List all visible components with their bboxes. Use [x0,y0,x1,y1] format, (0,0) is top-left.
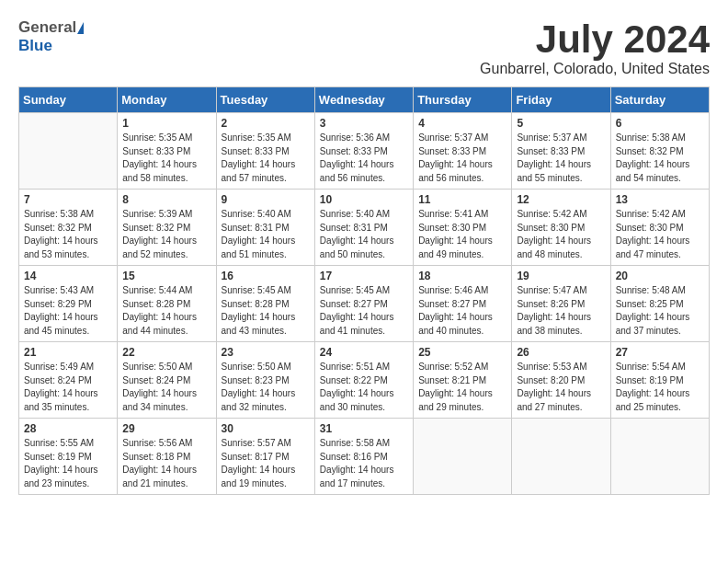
calendar-cell: 1Sunrise: 5:35 AM Sunset: 8:33 PM Daylig… [118,113,216,190]
calendar-cell: 22Sunrise: 5:50 AM Sunset: 8:24 PM Dayli… [118,342,216,419]
day-number: 17 [320,270,408,282]
day-number: 30 [222,422,310,435]
calendar-cell [610,419,709,495]
calendar-cell: 5Sunrise: 5:37 AM Sunset: 8:33 PM Daylig… [512,113,610,190]
page-header: General Blue July 2024 Gunbarrel, Colora… [18,18,710,77]
day-info: Sunrise: 5:42 AM Sunset: 8:30 PM Dayligh… [517,208,605,261]
day-info: Sunrise: 5:47 AM Sunset: 8:26 PM Dayligh… [517,284,605,338]
calendar-header-row: SundayMondayTuesdayWednesdayThursdayFrid… [19,87,710,113]
day-info: Sunrise: 5:44 AM Sunset: 8:28 PM Dayligh… [122,284,210,338]
day-number: 19 [517,270,605,282]
day-info: Sunrise: 5:46 AM Sunset: 8:27 PM Dayligh… [418,284,506,338]
month-year-title: July 2024 [480,18,710,61]
calendar-cell: 11Sunrise: 5:41 AM Sunset: 8:30 PM Dayli… [414,190,512,266]
day-info: Sunrise: 5:53 AM Sunset: 8:20 PM Dayligh… [517,361,605,414]
calendar-cell [512,419,610,495]
day-info: Sunrise: 5:56 AM Sunset: 8:18 PM Dayligh… [122,437,210,490]
day-number: 9 [222,193,310,206]
calendar-cell: 8Sunrise: 5:39 AM Sunset: 8:32 PM Daylig… [118,190,216,266]
day-number: 27 [616,346,704,359]
day-info: Sunrise: 5:40 AM Sunset: 8:31 PM Dayligh… [320,208,408,261]
calendar-cell: 31Sunrise: 5:58 AM Sunset: 8:16 PM Dayli… [314,419,413,495]
calendar-cell: 24Sunrise: 5:51 AM Sunset: 8:22 PM Dayli… [314,342,413,419]
day-number: 6 [616,117,704,130]
day-info: Sunrise: 5:52 AM Sunset: 8:21 PM Dayligh… [418,361,506,414]
calendar-cell: 29Sunrise: 5:56 AM Sunset: 8:18 PM Dayli… [118,419,216,495]
day-number: 16 [222,270,310,282]
calendar-cell: 20Sunrise: 5:48 AM Sunset: 8:25 PM Dayli… [610,266,709,342]
calendar-week-row: 7Sunrise: 5:38 AM Sunset: 8:32 PM Daylig… [19,190,710,266]
day-number: 3 [320,117,408,130]
day-info: Sunrise: 5:51 AM Sunset: 8:22 PM Dayligh… [320,361,408,414]
day-number: 1 [122,117,210,130]
day-number: 13 [616,193,704,206]
day-info: Sunrise: 5:41 AM Sunset: 8:30 PM Dayligh… [418,208,506,261]
calendar-cell: 26Sunrise: 5:53 AM Sunset: 8:20 PM Dayli… [512,342,610,419]
calendar-cell: 12Sunrise: 5:42 AM Sunset: 8:30 PM Dayli… [512,190,610,266]
day-info: Sunrise: 5:39 AM Sunset: 8:32 PM Dayligh… [122,208,210,261]
day-number: 26 [517,346,605,359]
calendar-cell: 7Sunrise: 5:38 AM Sunset: 8:32 PM Daylig… [19,190,118,266]
day-info: Sunrise: 5:50 AM Sunset: 8:23 PM Dayligh… [222,361,310,414]
day-info: Sunrise: 5:38 AM Sunset: 8:32 PM Dayligh… [24,208,112,261]
calendar-cell: 3Sunrise: 5:36 AM Sunset: 8:33 PM Daylig… [314,113,413,190]
title-area: July 2024 Gunbarrel, Colorado, United St… [480,18,710,77]
day-number: 14 [24,270,112,282]
day-info: Sunrise: 5:48 AM Sunset: 8:25 PM Dayligh… [616,284,704,338]
day-info: Sunrise: 5:36 AM Sunset: 8:33 PM Dayligh… [320,132,408,185]
calendar-cell [414,419,512,495]
location-subtitle: Gunbarrel, Colorado, United States [480,61,710,77]
calendar-day-header: Wednesday [314,87,413,113]
calendar-day-header: Friday [512,87,610,113]
day-number: 10 [320,193,408,206]
calendar-cell: 4Sunrise: 5:37 AM Sunset: 8:33 PM Daylig… [414,113,512,190]
day-info: Sunrise: 5:45 AM Sunset: 8:28 PM Dayligh… [222,284,310,338]
day-number: 21 [24,346,112,359]
day-number: 2 [222,117,310,130]
day-number: 23 [222,346,310,359]
calendar-cell: 16Sunrise: 5:45 AM Sunset: 8:28 PM Dayli… [216,266,314,342]
day-number: 20 [616,270,704,282]
calendar-table: SundayMondayTuesdayWednesdayThursdayFrid… [18,86,710,495]
day-info: Sunrise: 5:43 AM Sunset: 8:29 PM Dayligh… [24,284,112,338]
calendar-cell: 19Sunrise: 5:47 AM Sunset: 8:26 PM Dayli… [512,266,610,342]
day-info: Sunrise: 5:40 AM Sunset: 8:31 PM Dayligh… [222,208,310,261]
day-info: Sunrise: 5:57 AM Sunset: 8:17 PM Dayligh… [222,437,310,490]
day-info: Sunrise: 5:42 AM Sunset: 8:30 PM Dayligh… [616,208,704,261]
day-info: Sunrise: 5:35 AM Sunset: 8:33 PM Dayligh… [222,132,310,185]
calendar-cell: 27Sunrise: 5:54 AM Sunset: 8:19 PM Dayli… [610,342,709,419]
day-number: 22 [122,346,210,359]
calendar-day-header: Monday [118,87,216,113]
calendar-cell: 9Sunrise: 5:40 AM Sunset: 8:31 PM Daylig… [216,190,314,266]
day-number: 12 [517,193,605,206]
day-number: 7 [24,193,112,206]
day-number: 31 [320,422,408,435]
day-number: 29 [122,422,210,435]
calendar-day-header: Thursday [414,87,512,113]
calendar-week-row: 21Sunrise: 5:49 AM Sunset: 8:24 PM Dayli… [19,342,710,419]
calendar-day-header: Tuesday [216,87,314,113]
day-info: Sunrise: 5:35 AM Sunset: 8:33 PM Dayligh… [122,132,210,185]
calendar-week-row: 28Sunrise: 5:55 AM Sunset: 8:19 PM Dayli… [19,419,710,495]
calendar-cell: 6Sunrise: 5:38 AM Sunset: 8:32 PM Daylig… [610,113,709,190]
logo: General Blue [18,18,84,55]
day-number: 24 [320,346,408,359]
calendar-week-row: 14Sunrise: 5:43 AM Sunset: 8:29 PM Dayli… [19,266,710,342]
day-info: Sunrise: 5:55 AM Sunset: 8:19 PM Dayligh… [24,437,112,490]
calendar-cell [19,113,118,190]
day-info: Sunrise: 5:54 AM Sunset: 8:19 PM Dayligh… [616,361,704,414]
day-info: Sunrise: 5:37 AM Sunset: 8:33 PM Dayligh… [517,132,605,185]
day-info: Sunrise: 5:50 AM Sunset: 8:24 PM Dayligh… [122,361,210,414]
calendar-cell: 23Sunrise: 5:50 AM Sunset: 8:23 PM Dayli… [216,342,314,419]
calendar-cell: 30Sunrise: 5:57 AM Sunset: 8:17 PM Dayli… [216,419,314,495]
day-number: 18 [418,270,506,282]
calendar-cell: 10Sunrise: 5:40 AM Sunset: 8:31 PM Dayli… [314,190,413,266]
calendar-day-header: Saturday [610,87,709,113]
day-number: 28 [24,422,112,435]
calendar-cell: 15Sunrise: 5:44 AM Sunset: 8:28 PM Dayli… [118,266,216,342]
calendar-cell: 17Sunrise: 5:45 AM Sunset: 8:27 PM Dayli… [314,266,413,342]
calendar-week-row: 1Sunrise: 5:35 AM Sunset: 8:33 PM Daylig… [19,113,710,190]
day-number: 4 [418,117,506,130]
day-number: 11 [418,193,506,206]
day-info: Sunrise: 5:58 AM Sunset: 8:16 PM Dayligh… [320,437,408,490]
